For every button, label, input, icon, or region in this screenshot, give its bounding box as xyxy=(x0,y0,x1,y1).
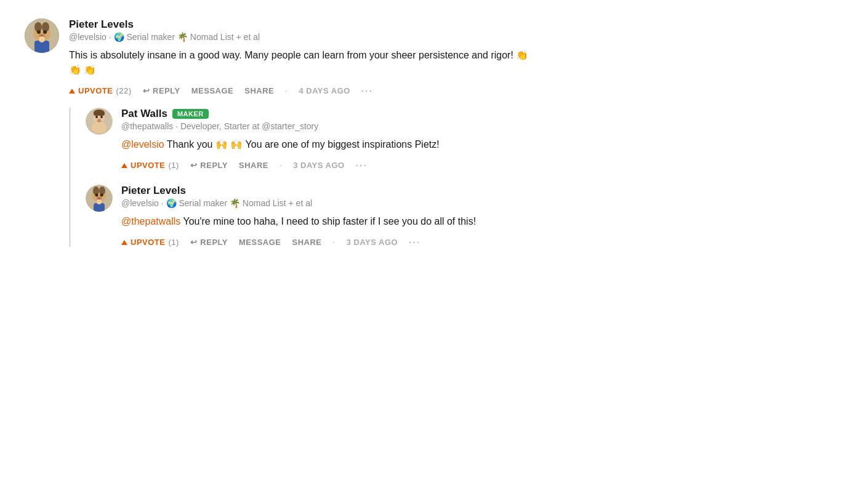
pieter-reply-avatar[interactable] xyxy=(86,185,113,212)
pieter-reply-rest: You're mine too haha, I need to ship fas… xyxy=(183,216,476,226)
avatar[interactable] xyxy=(25,18,59,53)
pieter-reply-user-meta: @levelsio · 🌍 Serial maker 🌴 Nomad List … xyxy=(121,198,843,208)
more-button[interactable]: ··· xyxy=(361,86,374,95)
pat-timestamp: 3 DAYS AGO xyxy=(293,161,345,170)
reply-icon: ↩ xyxy=(143,86,150,95)
pieter-reply-text: @thepatwalls You're mine too haha, I nee… xyxy=(121,214,843,229)
pieter-reply-reply-label: REPLY xyxy=(200,238,228,247)
pieter-reply-actions-bar: UPVOTE (1) ↩ REPLY MESSAGE SHARE · 3 DAY… xyxy=(121,238,843,247)
pat-comment-rest: Thank you 🙌 🙌 You are one of my biggest … xyxy=(167,139,440,150)
reply-label: REPLY xyxy=(153,86,180,95)
pieter-reply-item: Pieter Levels @levelsio · 🌍 Serial maker… xyxy=(86,185,843,247)
pat-reply-label: REPLY xyxy=(200,161,228,170)
pieter-reply-username[interactable]: Pieter Levels xyxy=(121,185,186,197)
svg-point-14 xyxy=(100,116,103,118)
pat-handle[interactable]: @thepatwalls xyxy=(121,121,173,131)
pat-actions-bar: UPVOTE (1) ↩ REPLY SHARE · 3 DAYS AGO ··… xyxy=(121,161,843,170)
upvote-label: UPVOTE xyxy=(78,86,113,95)
pat-username[interactable]: Pat Walls xyxy=(121,108,167,120)
svg-rect-26 xyxy=(94,203,105,212)
pat-share-button[interactable]: SHARE xyxy=(239,161,268,170)
pat-dot: · xyxy=(175,121,180,131)
svg-rect-17 xyxy=(94,112,105,116)
pat-avatar[interactable] xyxy=(86,108,113,135)
dot: · xyxy=(109,32,114,42)
timestamp: 4 DAYS AGO xyxy=(299,86,350,95)
pat-bio: Developer, Starter at @starter_story xyxy=(180,121,318,131)
user-bio: Serial maker 🌴 Nomad List + et al xyxy=(126,32,260,42)
username[interactable]: Pieter Levels xyxy=(69,18,134,31)
pieter-reply-user-line: Pieter Levels xyxy=(121,185,843,197)
svg-point-22 xyxy=(95,194,98,197)
pat-comment-text: @levelsio Thank you 🙌 🙌 You are one of m… xyxy=(121,137,843,152)
pieter-reply-share-label: SHARE xyxy=(292,238,322,247)
upvote-count: (22) xyxy=(116,86,131,95)
svg-point-12 xyxy=(92,121,106,134)
svg-point-13 xyxy=(95,116,98,118)
svg-point-15 xyxy=(97,119,101,121)
message-button[interactable]: MESSAGE xyxy=(191,86,234,95)
pat-more-button[interactable]: ··· xyxy=(356,161,368,170)
main-comment: Pieter Levels @levelsio · 🌍 Serial maker… xyxy=(25,18,843,95)
pat-reply-icon: ↩ xyxy=(190,161,198,170)
separator: · xyxy=(285,86,287,95)
svg-point-9 xyxy=(39,36,45,42)
pat-upvote-triangle-icon xyxy=(121,163,127,168)
pat-user-line: Pat Walls MAKER xyxy=(121,108,843,120)
comment-text: This is absolutely insane in a good way.… xyxy=(69,48,843,78)
replies-section: Pat Walls MAKER @thepatwalls · Developer… xyxy=(69,108,843,247)
reply-button[interactable]: ↩ REPLY xyxy=(143,86,180,95)
pieter-reply-upvote-label: UPVOTE xyxy=(131,238,165,247)
upvote-button[interactable]: UPVOTE (22) xyxy=(69,86,132,95)
pat-upvote-button[interactable]: UPVOTE (1) xyxy=(121,161,179,170)
pat-user-meta: @thepatwalls · Developer, Starter at @st… xyxy=(121,121,843,131)
pieter-reply-mention[interactable]: @thepatwalls xyxy=(121,216,180,226)
pieter-reply-separator: · xyxy=(333,238,336,247)
maker-badge: MAKER xyxy=(172,109,209,119)
pieter-reply-message-label: MESSAGE xyxy=(239,238,281,247)
svg-point-23 xyxy=(100,194,103,197)
pieter-reply-upvote-triangle-icon xyxy=(121,240,127,245)
pat-comment-body: Pat Walls MAKER @thepatwalls · Developer… xyxy=(121,108,843,170)
pieter-reply-reply-icon: ↩ xyxy=(190,238,198,247)
svg-point-27 xyxy=(97,199,102,204)
pieter-reply-handle[interactable]: @levelsio xyxy=(121,198,159,208)
pieter-reply-reply-button[interactable]: ↩ REPLY xyxy=(190,238,228,247)
pat-upvote-label: UPVOTE xyxy=(131,161,165,170)
message-label: MESSAGE xyxy=(191,86,234,95)
user-line: Pieter Levels xyxy=(69,18,843,31)
pat-share-label: SHARE xyxy=(239,161,268,170)
svg-point-5 xyxy=(43,30,47,34)
mention[interactable]: @levelsio xyxy=(121,139,164,150)
pieter-reply-upvote-count: (1) xyxy=(168,238,179,247)
pat-upvote-count: (1) xyxy=(168,161,179,170)
comment-body: Pieter Levels @levelsio · 🌍 Serial maker… xyxy=(69,18,843,95)
pieter-avatar-img xyxy=(25,18,59,53)
pieter-reply-timestamp: 3 DAYS AGO xyxy=(347,238,398,247)
globe-emoji: 🌍 xyxy=(114,32,124,42)
pieter-reply-share-button[interactable]: SHARE xyxy=(292,238,322,247)
share-button[interactable]: SHARE xyxy=(244,86,274,95)
pieter-reply-body: Pieter Levels @levelsio · 🌍 Serial maker… xyxy=(121,185,843,247)
pieter-reply-avatar-img xyxy=(86,185,113,212)
pieter-reply-dot: · xyxy=(161,198,166,208)
pieter-reply-message-button[interactable]: MESSAGE xyxy=(239,238,281,247)
user-handle[interactable]: @levelsio xyxy=(69,32,106,42)
user-meta: @levelsio · 🌍 Serial maker 🌴 Nomad List … xyxy=(69,32,843,42)
pat-separator: · xyxy=(279,161,282,170)
reply-item: Pat Walls MAKER @thepatwalls · Developer… xyxy=(86,108,843,170)
pieter-reply-bio: Serial maker 🌴 Nomad List + et al xyxy=(179,198,312,208)
actions-bar: UPVOTE (22) ↩ REPLY MESSAGE SHARE · 4 DA… xyxy=(69,86,843,95)
svg-point-4 xyxy=(37,30,41,34)
pat-avatar-img xyxy=(86,108,113,135)
pat-reply-button[interactable]: ↩ REPLY xyxy=(190,161,228,170)
upvote-triangle-icon xyxy=(69,89,75,94)
share-label: SHARE xyxy=(244,86,274,95)
pieter-reply-more-button[interactable]: ··· xyxy=(409,238,421,247)
pieter-reply-upvote-button[interactable]: UPVOTE (1) xyxy=(121,238,179,247)
pieter-reply-globe: 🌍 xyxy=(166,198,177,208)
